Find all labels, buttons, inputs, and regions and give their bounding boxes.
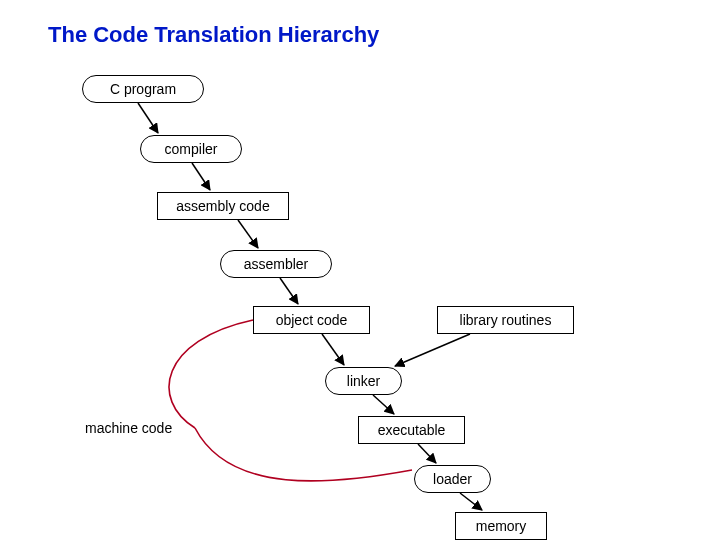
node-compiler: compiler	[140, 135, 242, 163]
arrow-executable-loader	[418, 444, 436, 463]
node-linker: linker	[325, 367, 402, 395]
node-library-routines: library routines	[437, 306, 574, 334]
arrow-library-linker	[395, 334, 470, 366]
arrow-loader-memory	[460, 493, 482, 510]
label-machine-code: machine code	[85, 420, 172, 436]
annotation-curve-upper	[169, 320, 253, 428]
arrow-cprogram-compiler	[138, 103, 158, 133]
arrow-compiler-assembly	[192, 163, 210, 190]
node-assembler: assembler	[220, 250, 332, 278]
node-memory: memory	[455, 512, 547, 540]
node-c-program: C program	[82, 75, 204, 103]
arrow-assembler-objectcode	[280, 278, 298, 304]
diagram-title: The Code Translation Hierarchy	[48, 22, 379, 48]
arrow-linker-executable	[373, 395, 394, 414]
node-loader: loader	[414, 465, 491, 493]
node-object-code: object code	[253, 306, 370, 334]
arrow-objectcode-linker	[322, 334, 344, 365]
node-executable: executable	[358, 416, 465, 444]
node-assembly-code: assembly code	[157, 192, 289, 220]
arrow-assembly-assembler	[238, 220, 258, 248]
